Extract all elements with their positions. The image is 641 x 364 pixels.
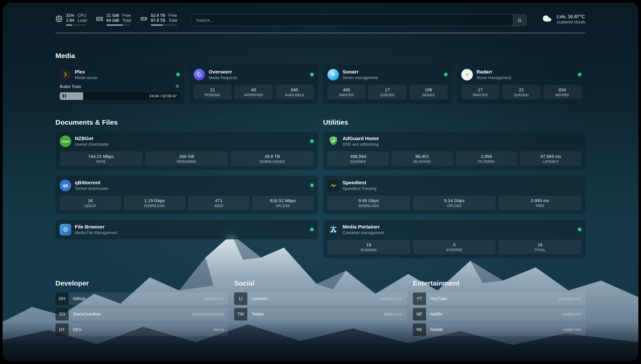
- overseerr-link[interactable]: Overseerr Media Requests: [194, 69, 237, 80]
- search-provider-button[interactable]: G: [513, 15, 526, 26]
- stat-label: SERIES: [410, 93, 447, 97]
- nzbget-link[interactable]: nzbget NZBGet Usenet downloader: [60, 136, 109, 147]
- app-desc: Media server: [75, 76, 98, 80]
- bookmark-youtube[interactable]: YT YouTube youtube.com: [413, 292, 586, 305]
- memory-bar: [107, 24, 131, 26]
- disk-free-label: Free: [168, 13, 177, 18]
- stat-label: AVAILABLE: [276, 93, 313, 97]
- status-dot: [310, 228, 314, 231]
- stats-row: 485WANTED 17QUEUED 196SERIES: [327, 85, 447, 99]
- plex-icon: [60, 69, 71, 80]
- github-icon: GH: [55, 292, 69, 305]
- bookmark-stackoverflow[interactable]: SO StackOverflow stackoverflow.com: [55, 308, 228, 320]
- search-input[interactable]: [191, 15, 513, 26]
- stat-label: FILTERED: [457, 160, 517, 164]
- sonarr-icon: [327, 69, 339, 80]
- bookmark-github[interactable]: GH Github github.com: [55, 292, 228, 305]
- pause-icon[interactable]: [63, 94, 66, 98]
- stat-label: QUEUED: [503, 93, 539, 97]
- stat-downloaded: 39.6 TBDOWNLOADED: [231, 151, 314, 166]
- speedtest-link[interactable]: Speedtest Speedtest Tracking: [327, 180, 377, 191]
- stat-value: 744.21 Mbps: [60, 154, 142, 159]
- stat-label: TOTAL: [499, 248, 581, 252]
- adguard-icon: [327, 136, 339, 147]
- stat-rate: 744.21 MbpsRATE: [60, 151, 142, 166]
- bookmark-netflix[interactable]: NF Netflix netflix.com: [413, 308, 586, 320]
- bookmark-url: twitter.com: [384, 312, 403, 317]
- radarr-link[interactable]: Radarr Movie management: [461, 69, 511, 80]
- bookmark-twitter[interactable]: TW Twitter twitter.com: [234, 308, 407, 320]
- weather-condition: scattered clouds: [557, 20, 586, 24]
- stat-label: WANTED: [462, 93, 499, 97]
- stat-label: BLOCKED: [392, 160, 452, 164]
- portainer-link[interactable]: Media Portainer Container management: [327, 224, 384, 235]
- app-desc: Container management: [343, 230, 384, 235]
- app-name: Radarr: [476, 69, 511, 75]
- stackoverflow-icon: SO: [55, 308, 69, 320]
- qbittorrent-icon: qb: [60, 180, 71, 191]
- cpu-percent: 31%: [66, 13, 74, 18]
- sonarr-link[interactable]: Sonarr Series management: [327, 69, 378, 80]
- plex-link[interactable]: Plex Media server: [60, 69, 98, 80]
- bookmark-reddit[interactable]: RE Reddit reddit.com: [413, 323, 586, 336]
- now-playing-title: Bullet Train: [60, 84, 81, 89]
- section-title-utilities: Utilities: [323, 118, 586, 126]
- memory-icon: [96, 15, 103, 26]
- stat-series: 196SERIES: [410, 85, 447, 99]
- service-card-sonarr: Sonarr Series management 485WANTED 17QUE…: [323, 65, 452, 104]
- stat-value: 0.993 ms: [499, 198, 581, 203]
- stats-row: 498,564QUERIES 86,401BLOCKED 2,956FILTER…: [327, 151, 581, 166]
- app-name: AdGuard Home: [343, 136, 379, 141]
- stat-label: APPROVED: [235, 93, 272, 97]
- stat-value: 1.19 Gbps: [125, 198, 185, 203]
- stat-filtered: 2,956FILTERED: [456, 151, 517, 166]
- bookmark-url: netflix.com: [563, 312, 581, 317]
- entertainment-column: Entertainment YT YouTube youtube.com NF …: [413, 279, 586, 339]
- linkedin-icon: LI: [234, 292, 247, 305]
- stat-upload: 9.24 GbpsUPLOAD: [413, 196, 496, 210]
- memory-total: 64 GiB: [107, 18, 119, 23]
- documents-column: Documents & Files nzbget NZBGet Usenet d…: [55, 118, 318, 258]
- app-name: NZBGet: [75, 136, 109, 141]
- section-title-social: Social: [234, 279, 407, 287]
- stat-label: UPLOAD: [414, 204, 495, 208]
- memory-free-label: Free: [122, 13, 131, 18]
- stat-value: 22: [503, 87, 539, 92]
- cpu-bar: [66, 24, 87, 26]
- stat-movies: 834MOVIES: [543, 85, 581, 99]
- bookmark-linkedin[interactable]: LI LinkedIn linkedin.com: [234, 292, 407, 305]
- memory-total-label: Total: [122, 18, 131, 23]
- plex-now-playing: Bullet Train 24:44 / 02:06:47: [60, 84, 180, 100]
- stat-value: 834: [544, 87, 581, 92]
- stat-value: 16: [499, 242, 581, 247]
- stat-wanted: 485WANTED: [327, 85, 365, 99]
- stat-label: RUNNING: [328, 248, 410, 252]
- status-dot: [578, 228, 581, 231]
- stat-stopped: 0STOPPED: [413, 240, 496, 254]
- bookmark-name: Netflix: [430, 312, 442, 317]
- bookmark-name: DEV: [73, 327, 82, 332]
- stat-label: REMAINING: [146, 160, 228, 164]
- filebrowser-link[interactable]: File Browser Media File Management: [60, 224, 117, 235]
- utilities-column: Utilities AdGuard Home DNS and adblockin…: [323, 118, 586, 258]
- stat-queued: 22QUEUED: [502, 85, 540, 99]
- app-name: Speedtest: [343, 180, 377, 185]
- cpu-load: 2.94: [66, 18, 74, 23]
- stat-pending: 21PENDING: [194, 85, 231, 99]
- stat-seed: 471SEED: [188, 196, 250, 210]
- section-title-documents: Documents & Files: [55, 118, 318, 126]
- app-desc: Series management: [343, 76, 378, 80]
- app-desc: Speedtest Tracking: [343, 186, 377, 191]
- stat-label: UPLOAD: [253, 204, 313, 208]
- app-name: Overseerr: [209, 69, 237, 75]
- status-dot: [310, 184, 314, 187]
- plex-progress-bar[interactable]: 24:44 / 02:06:47: [60, 92, 180, 100]
- weather-widget: Lviv, 16.87°C scattered clouds: [541, 14, 586, 24]
- stat-value: 17: [462, 87, 499, 92]
- adguard-link[interactable]: AdGuard Home DNS and adblocking: [327, 136, 379, 147]
- bookmark-dev[interactable]: DT DEV dev.to: [55, 323, 228, 336]
- gear-icon[interactable]: [175, 84, 180, 90]
- bookmark-url: stackoverflow.com: [192, 312, 224, 317]
- stat-label: RATE: [60, 160, 142, 164]
- qbittorrent-link[interactable]: qb qBittorrent Torrent downloader: [60, 180, 109, 191]
